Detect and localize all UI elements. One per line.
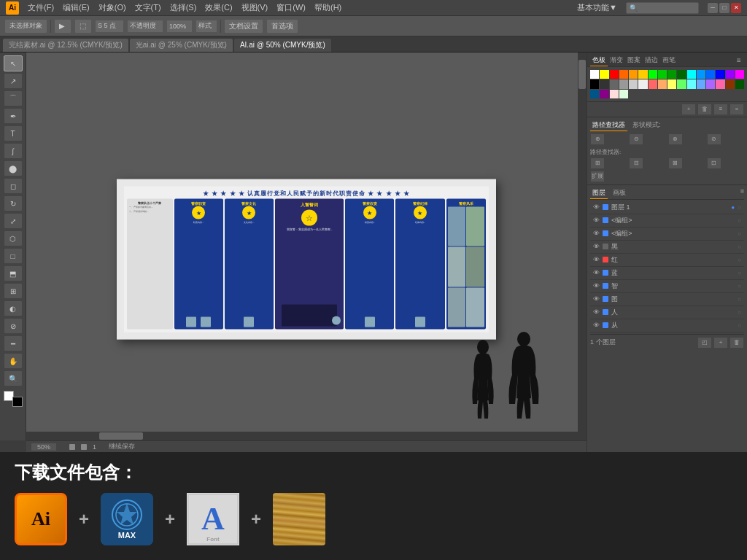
swatch-21[interactable] (638, 79, 647, 88)
tab-pattern[interactable]: 图案 (625, 55, 643, 66)
menu-select[interactable]: 选择(S) (170, 2, 197, 13)
intersect-btn[interactable]: ⊗ (668, 133, 683, 145)
horizontal-scrollbar-thumb[interactable] (99, 432, 143, 440)
tool-scale[interactable]: ⤢ (4, 213, 23, 229)
unite-btn[interactable]: ⊕ (590, 133, 605, 145)
tool-select-2[interactable]: ⬚ (74, 19, 92, 34)
swatch-13[interactable] (716, 70, 724, 79)
swatch-23[interactable] (658, 79, 667, 88)
tab-gradient[interactable]: 渐变 (608, 55, 625, 66)
swatch-24[interactable] (667, 79, 676, 88)
layer-visibility-toggle[interactable]: 👁 (593, 243, 600, 250)
swatch-33[interactable] (600, 90, 608, 98)
search-bar[interactable]: 🔍 (630, 4, 638, 12)
close-button[interactable]: ✕ (731, 3, 741, 13)
zoom-control[interactable]: 50% (31, 443, 57, 451)
swatch-0[interactable] (590, 70, 599, 79)
menu-text[interactable]: 文字(T) (135, 2, 161, 13)
swatch-20[interactable] (629, 79, 638, 88)
tab-align[interactable]: 路径查找器 (590, 120, 627, 131)
layer-item[interactable]: 👁 智 ○ (590, 280, 744, 293)
menu-window[interactable]: 窗口(W) (276, 2, 306, 13)
new-swatch-btn[interactable]: + (681, 104, 696, 115)
layer-item[interactable]: 👁 <编组> ○ (590, 228, 744, 241)
delete-swatch-btn[interactable]: 🗑 (697, 104, 712, 115)
menu-object[interactable]: 对象(O) (98, 2, 126, 13)
tool-gradient[interactable]: ◐ (4, 300, 23, 316)
swatch-22[interactable] (649, 79, 657, 88)
layer-target-btn[interactable]: ○ (738, 230, 741, 237)
swatch-7[interactable] (658, 70, 667, 79)
swatch-27[interactable] (697, 79, 705, 88)
swatch-28[interactable] (706, 79, 715, 88)
tool-measure[interactable]: ━ (4, 335, 23, 351)
swatch-35[interactable] (619, 90, 628, 98)
tab-brush[interactable]: 画笔 (660, 55, 678, 66)
swatch-9[interactable] (677, 70, 686, 79)
swatch-14[interactable] (726, 70, 735, 79)
swatch-5[interactable] (638, 70, 647, 79)
texture-software-icon[interactable] (273, 493, 325, 545)
tab-2[interactable]: AI.ai @ 50% (CMYK/预览) (234, 39, 331, 52)
layers-menu[interactable]: ≡ (740, 187, 744, 199)
artboard[interactable]: ★ ★ ★ ★ ★ 认真履行党和人民赋予的新时代职责使命 ★ ★ ★ ★ ★ 警… (117, 179, 496, 340)
opacity-value[interactable]: 100% (166, 20, 193, 33)
tool-shaper[interactable]: ⬡ (4, 230, 23, 246)
style-selector[interactable]: 样式 (196, 20, 217, 33)
swatch-10[interactable] (687, 70, 696, 79)
tool-eyedrop[interactable]: ⊘ (4, 318, 23, 334)
tool-blob[interactable]: ⬤ (4, 160, 23, 176)
expand-result-btn[interactable]: 扩展 (590, 171, 605, 182)
swatch-29[interactable] (716, 79, 724, 88)
tool-text[interactable]: T (4, 125, 23, 141)
minus-btn[interactable]: ⊖ (629, 133, 643, 145)
stroke-selector[interactable]: S 5 点 (95, 20, 124, 33)
layer-target-btn[interactable]: ○ (738, 204, 741, 211)
tab-artboards[interactable]: 画板 (611, 187, 628, 199)
layer-visibility-toggle[interactable]: 👁 (593, 217, 600, 224)
menu-view[interactable]: 视图(V) (241, 2, 268, 13)
tool-mesh[interactable]: ⊞ (4, 283, 23, 299)
pf4[interactable]: ⊡ (707, 158, 721, 169)
fill-stroke-selector[interactable] (4, 391, 23, 407)
swatch-26[interactable] (687, 79, 696, 88)
tab-layers[interactable]: 图层 (590, 187, 608, 199)
layer-visibility-toggle[interactable]: 👁 (593, 295, 600, 303)
layer-target-btn[interactable]: ○ (738, 257, 741, 263)
swatch-30[interactable] (726, 79, 735, 88)
tool-zoom[interactable]: 🔍 (4, 370, 23, 386)
menu-file[interactable]: 文件(F) (28, 2, 54, 13)
layer-visibility-toggle[interactable]: 👁 (593, 269, 600, 276)
swatch-6[interactable] (649, 70, 657, 79)
layer-visibility-toggle[interactable]: 👁 (593, 256, 600, 263)
selection-tool[interactable]: 未选择对象 (4, 19, 47, 34)
swatch-1[interactable] (600, 70, 608, 79)
ai-software-icon[interactable]: Ai (15, 493, 67, 545)
layer-item[interactable]: 👁 蓝 ○ (590, 267, 744, 280)
layer-visibility-toggle[interactable]: 👁 (593, 230, 600, 237)
workspace-selector[interactable]: 基本功能▼ (577, 2, 617, 13)
maximize-button[interactable]: □ (719, 3, 729, 13)
doc-settings-btn[interactable]: 文档设置 (224, 19, 263, 34)
tab-1[interactable]: 光ai.ai @ 25% (CMYK/预览) (130, 39, 233, 52)
swatch-32[interactable] (590, 90, 599, 98)
tool-shape[interactable]: □ (4, 248, 23, 264)
tool-direct[interactable]: ↗ (4, 73, 23, 89)
layer-target-btn[interactable]: ○ (738, 270, 741, 276)
delete-layer-btn[interactable]: 🗑 (729, 337, 744, 349)
canvas-area[interactable]: 觉图网 觉图网 ★ ★ ★ ★ ★ 认真履行党和人民赋予的新时代职责使命 ★ ★… (26, 52, 587, 440)
layer-visibility-toggle[interactable]: 👁 (593, 322, 600, 329)
swatch-31[interactable] (735, 79, 744, 88)
layer-target-btn[interactable]: ○ (738, 322, 741, 329)
layer-target-btn[interactable]: ○ (738, 244, 741, 250)
swatch-17[interactable] (600, 79, 608, 88)
swatch-8[interactable] (667, 70, 676, 79)
expand-btn[interactable]: » (729, 104, 744, 115)
layer-item[interactable]: 👁 <编组> ○ (590, 214, 744, 228)
layer-target-btn[interactable]: ○ (738, 283, 741, 289)
swatch-34[interactable] (610, 90, 619, 98)
pf1[interactable]: ⊞ (590, 158, 605, 169)
swatch-16[interactable] (590, 79, 599, 88)
swatch-18[interactable] (610, 79, 619, 88)
swatch-11[interactable] (697, 70, 705, 79)
